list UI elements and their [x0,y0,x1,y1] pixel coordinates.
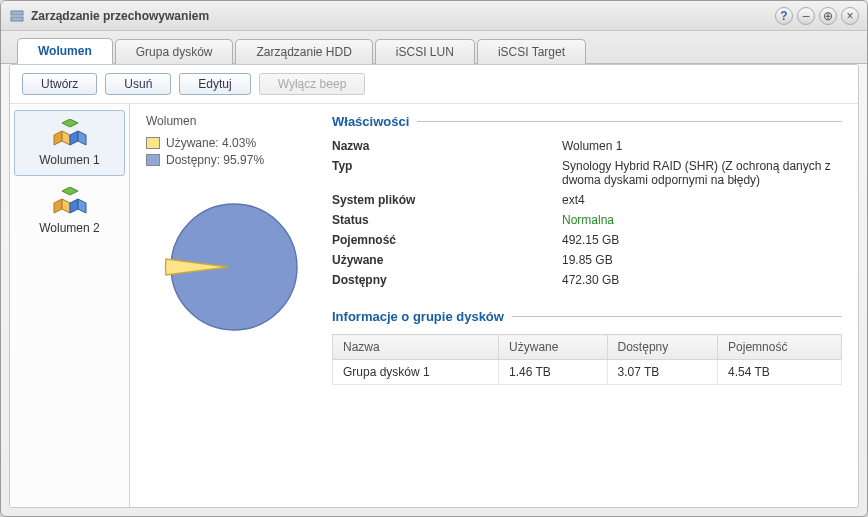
close-icon[interactable]: × [841,7,859,25]
sidebar-item-label: Wolumen 1 [19,153,120,167]
prop-used-value: 19.85 GB [562,253,842,267]
window-title: Zarządzanie przechowywaniem [31,9,775,23]
tab-volume[interactable]: Wolumen [17,38,113,64]
prop-type-label: Typ [332,159,562,187]
main-content: Wolumen Używane: 4.03% Dostępny: 95.97% [130,104,858,507]
delete-button[interactable]: Usuń [105,73,171,95]
svg-rect-1 [11,17,23,21]
overview-column: Wolumen Używane: 4.03% Dostępny: 95.97% [146,114,322,497]
prop-fs-label: System plików [332,193,562,207]
properties-column: Właściwości NazwaWolumen 1 TypSynology H… [332,114,842,497]
svg-rect-0 [11,11,23,15]
titlebar: Zarządzanie przechowywaniem ? – ⊕ × [1,1,867,31]
toolbar: Utwórz Usuń Edytuj Wyłącz beep [10,65,858,104]
prop-fs-value: ext4 [562,193,842,207]
legend-swatch-used [146,137,160,149]
svg-marker-4 [62,131,70,145]
legend-used: Używane: 4.03% [146,136,322,150]
table-row[interactable]: Grupa dysków 1 1.46 TB 3.07 TB 4.54 TB [333,360,842,385]
volume-icon [53,187,87,217]
sidebar-item-volume-2[interactable]: Wolumen 2 [14,178,125,244]
storage-manager-window: Zarządzanie przechowywaniem ? – ⊕ × Wolu… [0,0,868,517]
volume-sidebar: Wolumen 1 Wolumen 2 [10,104,130,507]
svg-marker-5 [70,131,78,145]
diskgroup-table: Nazwa Używane Dostępny Pojemność Grupa d… [332,334,842,385]
sidebar-item-label: Wolumen 2 [19,221,120,235]
minimize-icon[interactable]: – [797,7,815,25]
svg-marker-6 [78,131,86,145]
col-avail: Dostępny [607,335,718,360]
svg-marker-11 [78,199,86,213]
legend-available: Dostępny: 95.97% [146,153,322,167]
prop-available-label: Dostępny [332,273,562,287]
properties-section-heading: Właściwości [332,114,842,129]
sidebar-item-volume-1[interactable]: Wolumen 1 [14,110,125,176]
legend-avail-label: Dostępny: 95.97% [166,153,264,167]
diskgroup-section-heading: Informacje o grupie dysków [332,309,842,324]
tab-hdd-management[interactable]: Zarządzanie HDD [235,39,372,64]
edit-button[interactable]: Edytuj [179,73,250,95]
prop-status-label: Status [332,213,562,227]
cell-avail: 3.07 TB [607,360,718,385]
tab-iscsi-lun[interactable]: iSCSI LUN [375,39,475,64]
col-name: Nazwa [333,335,499,360]
window-controls: ? – ⊕ × [775,7,859,25]
prop-capacity-value: 492.15 GB [562,233,842,247]
table-header-row: Nazwa Używane Dostępny Pojemność [333,335,842,360]
create-button[interactable]: Utwórz [22,73,97,95]
svg-marker-8 [54,199,62,213]
prop-capacity-label: Pojemność [332,233,562,247]
tab-iscsi-target[interactable]: iSCSI Target [477,39,586,64]
tab-diskgroup[interactable]: Grupa dysków [115,39,234,64]
svg-marker-2 [62,119,78,127]
diskgroup-section: Informacje o grupie dysków Nazwa Używane… [332,309,842,385]
cell-cap: 4.54 TB [718,360,842,385]
maximize-icon[interactable]: ⊕ [819,7,837,25]
svg-marker-10 [70,199,78,213]
prop-name-label: Nazwa [332,139,562,153]
prop-name-value: Wolumen 1 [562,139,842,153]
cell-name: Grupa dysków 1 [333,360,499,385]
prop-type-value: Synology Hybrid RAID (SHR) (Z ochroną da… [562,159,842,187]
volume-icon [53,119,87,149]
beep-off-button: Wyłącz beep [259,73,366,95]
overview-heading: Wolumen [146,114,322,128]
app-icon [9,8,25,24]
svg-marker-7 [62,187,78,195]
legend-used-label: Używane: 4.03% [166,136,256,150]
prop-used-label: Używane [332,253,562,267]
usage-pie-chart [164,197,304,337]
prop-available-value: 472.30 GB [562,273,842,287]
col-cap: Pojemność [718,335,842,360]
help-icon[interactable]: ? [775,7,793,25]
cell-used: 1.46 TB [499,360,607,385]
col-used: Używane [499,335,607,360]
svg-marker-9 [62,199,70,213]
svg-marker-3 [54,131,62,145]
prop-status-value: Normalna [562,213,842,227]
legend-swatch-available [146,154,160,166]
tabstrip: Wolumen Grupa dysków Zarządzanie HDD iSC… [1,31,867,64]
